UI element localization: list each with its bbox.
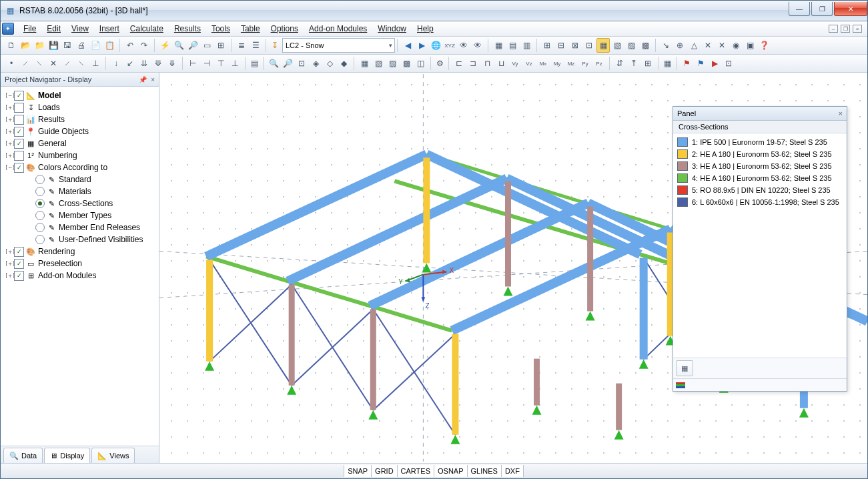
gear-icon[interactable]: ⚙ — [433, 56, 446, 71]
status-cartes[interactable]: CARTES — [397, 465, 434, 477]
tab-views[interactable]: 📐Views — [91, 448, 135, 463]
expand-icon[interactable]: [−] — [5, 164, 14, 171]
tree-row[interactable]: [+]✓📍Guide Objects — [2, 125, 157, 137]
status-dxf[interactable]: DXF — [501, 465, 524, 477]
zoom-icon[interactable]: 🔍 — [172, 38, 185, 53]
f10-icon[interactable]: Py — [578, 56, 592, 71]
tree-row[interactable]: [+]✓🎨Rendering — [2, 246, 157, 258]
z4-icon[interactable]: ◈ — [309, 56, 322, 71]
globe-icon[interactable]: 🌐 — [429, 38, 442, 53]
menu-tools[interactable]: Tools — [206, 23, 236, 35]
expand-icon[interactable]: [+] — [5, 248, 14, 255]
g3-icon[interactable]: ⊞ — [641, 56, 655, 71]
g1-icon[interactable]: ⇵ — [613, 56, 626, 71]
legend-row[interactable]: 2: HE A 180 | Euronorm 53-62; Steel S 23… — [675, 148, 845, 160]
f4-icon[interactable]: ⊔ — [494, 56, 508, 71]
legend-row[interactable]: 6: L 60x60x6 | EN 10056-1:1998; Steel S … — [675, 196, 845, 208]
d3-icon[interactable]: ⊤ — [214, 56, 228, 71]
menu-results[interactable]: Results — [169, 23, 206, 35]
menu-edit[interactable]: Edit — [41, 23, 66, 35]
checkbox-icon[interactable] — [14, 151, 24, 161]
mdi-close[interactable]: × — [853, 25, 862, 33]
tree-row[interactable]: [+]✓⊞Add-on Modules — [2, 270, 157, 282]
menu-calculate[interactable]: Calculate — [125, 23, 169, 35]
z2-icon[interactable]: 🔎 — [281, 56, 294, 71]
tree-row[interactable]: [+]✓▦General — [2, 137, 157, 149]
flag3-icon[interactable]: ▶ — [708, 56, 721, 71]
legend-row[interactable]: 4: HE A 160 | Euronorm 53-62; Steel S 23… — [675, 172, 845, 184]
table-icon[interactable]: ▦ — [661, 56, 674, 71]
b2-icon[interactable]: ⟍ — [33, 56, 46, 71]
t2-icon[interactable]: ⊕ — [673, 38, 687, 53]
radio-icon[interactable] — [35, 175, 45, 184]
expand-icon[interactable]: [+] — [5, 260, 14, 267]
maximize-button[interactable]: ❐ — [811, 2, 833, 16]
checkbox-icon[interactable]: ✓ — [14, 91, 24, 101]
expand-icon[interactable]: [+] — [5, 272, 14, 279]
z3-icon[interactable]: ⊡ — [295, 56, 308, 71]
tab-data[interactable]: 🔍Data — [3, 448, 43, 463]
new-icon[interactable]: 🗋 — [5, 38, 18, 53]
checkbox-icon[interactable] — [14, 103, 24, 113]
f1-icon[interactable]: ⊏ — [452, 56, 466, 71]
checkbox-icon[interactable]: ✓ — [14, 271, 24, 281]
xyz-icon[interactable]: XYZ — [443, 38, 456, 53]
menu-insert[interactable]: Insert — [94, 23, 125, 35]
tree-row[interactable]: ✎Member Types — [2, 209, 157, 221]
expand-icon[interactable]: [+] — [5, 116, 14, 123]
legend-row[interactable]: 5: RO 88.9x5 | DIN EN 10220; Steel S 235 — [675, 184, 845, 196]
radio-icon[interactable] — [35, 199, 45, 208]
mdi-restore[interactable]: ❐ — [841, 25, 850, 33]
menu-file[interactable]: File — [18, 23, 41, 35]
r3-icon[interactable]: ⊠ — [568, 38, 582, 53]
r4-icon[interactable]: ⊡ — [582, 38, 596, 53]
window-icon[interactable]: ⊞ — [214, 38, 228, 53]
v4-icon[interactable]: ▩ — [400, 56, 413, 71]
viewport[interactable]: X Y Z X Y Z — [159, 73, 867, 463]
v2-icon[interactable]: ▧ — [372, 56, 385, 71]
t5-icon[interactable]: ✕ — [715, 38, 729, 53]
checkbox-icon[interactable]: ✓ — [14, 139, 24, 149]
list2-icon[interactable]: ☰ — [249, 38, 262, 53]
f3-icon[interactable]: ⊓ — [480, 56, 494, 71]
mdi-minimize[interactable]: – — [829, 25, 838, 33]
tree-row[interactable]: ✎Member End Releases — [2, 221, 157, 233]
b5-icon[interactable]: ⟍ — [75, 56, 88, 71]
tree-row[interactable]: [+]📊Results — [2, 113, 157, 125]
c2-icon[interactable]: ↙ — [123, 56, 137, 71]
g2-icon[interactable]: ⤒ — [627, 56, 640, 71]
legend-row[interactable]: 3: HE A 180 | Euronorm 53-62; Steel S 23… — [675, 160, 845, 172]
status-grid[interactable]: GRID — [371, 465, 398, 477]
r6-icon[interactable]: ▧ — [610, 38, 624, 53]
f2-icon[interactable]: ⊐ — [466, 56, 480, 71]
grid1-icon[interactable]: ▦ — [492, 38, 505, 53]
h1-icon[interactable]: ⊡ — [722, 56, 735, 71]
tree-row[interactable]: ✎Standard — [2, 173, 157, 185]
f9-icon[interactable]: Mz — [564, 56, 578, 71]
e1-icon[interactable]: ▤ — [248, 56, 261, 71]
panel-colorbar[interactable] — [673, 378, 847, 391]
nav-close-icon[interactable]: × — [151, 76, 155, 83]
b1-icon[interactable]: ⟋ — [19, 56, 32, 71]
load-case-combo[interactable]: LC2 - Snow — [282, 38, 395, 53]
expand-icon[interactable]: [−] — [5, 92, 14, 99]
checkbox-icon[interactable]: ✓ — [14, 259, 24, 269]
zoomall-icon[interactable]: 🔎 — [186, 38, 199, 53]
nav-prev-icon[interactable]: ◀ — [401, 38, 414, 53]
load-icon[interactable]: ↧ — [268, 38, 282, 53]
preview-icon[interactable]: 📄 — [89, 38, 102, 53]
status-snap[interactable]: SNAP — [344, 465, 372, 477]
tree-row[interactable]: [−]✓📐Model — [2, 89, 157, 101]
checkbox-icon[interactable] — [14, 115, 24, 125]
b4-icon[interactable]: ⟋ — [61, 56, 74, 71]
tree-row[interactable]: ✎Materials — [2, 185, 157, 197]
b3-icon[interactable]: ✕ — [47, 56, 60, 71]
undo-icon[interactable]: ↶ — [123, 38, 137, 53]
panel-settings-icon[interactable]: ▦ — [676, 360, 693, 376]
r2-icon[interactable]: ⊟ — [554, 38, 568, 53]
menu-view[interactable]: View — [66, 23, 94, 35]
d4-icon[interactable]: ⊥ — [228, 56, 242, 71]
radio-icon[interactable] — [35, 187, 45, 196]
flag2-icon[interactable]: ⚑ — [694, 56, 707, 71]
tree-row[interactable]: [−]✓🎨Colors According to — [2, 161, 157, 173]
